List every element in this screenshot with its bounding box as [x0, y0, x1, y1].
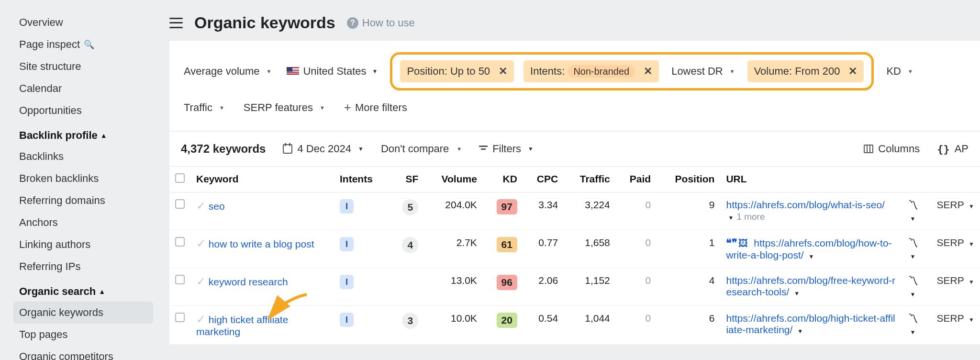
col-intents[interactable]: Intents — [334, 167, 390, 192]
more-filters-label: More filters — [355, 101, 407, 114]
page-header: Organic keywords ? How to use — [153, 0, 980, 41]
trend-icon[interactable]: 〽 — [908, 275, 918, 287]
trend-icon[interactable]: 〽 — [908, 313, 918, 325]
plus-icon: + — [344, 100, 351, 115]
caret-up-icon: ▲ — [100, 132, 107, 139]
sidebar-item-overview[interactable]: Overview — [13, 11, 153, 34]
close-icon[interactable]: ✕ — [848, 65, 857, 78]
url-link[interactable]: https://ahrefs.com/blog/what-is-seo/ — [726, 199, 884, 210]
sidebar-item-referring-ips[interactable]: Referring IPs — [13, 256, 153, 278]
col-volume[interactable]: Volume — [424, 167, 483, 192]
caret-down-icon: ▼ — [372, 68, 378, 75]
sidebar-item-backlinks[interactable]: Backlinks — [13, 146, 153, 168]
filters-button[interactable]: Filters ▼ — [479, 143, 534, 155]
sidebar-item-referring-domains[interactable]: Referring domains — [13, 190, 153, 212]
sf-badge: 3 — [402, 313, 418, 329]
lowest-dr-filter[interactable]: Lowest DR — [668, 60, 737, 82]
sidebar-item-organic-keywords[interactable]: Organic keywords — [13, 302, 153, 324]
caret-down-icon: ▼ — [358, 146, 364, 152]
url-link[interactable]: https://ahrefs.com/blog/high-ticket-affi… — [726, 313, 895, 335]
country-filter[interactable]: United States ▼ — [284, 60, 380, 82]
checkmark-icon: ✓ — [196, 313, 206, 326]
position-cell: 1 — [657, 230, 720, 268]
kd-filter[interactable]: KD — [883, 60, 915, 82]
kd-badge: 96 — [497, 275, 517, 290]
intents-value-badge: Non-branded — [568, 65, 635, 78]
serp-features-filter[interactable]: SERP features — [241, 95, 328, 120]
row-checkbox[interactable] — [175, 237, 185, 247]
intent-badge: I — [340, 313, 354, 327]
keywords-table: Keyword Intents SF Volume KD CPC Traffic… — [169, 167, 980, 345]
close-icon[interactable]: ✕ — [644, 65, 652, 78]
api-button[interactable]: {} AP — [937, 143, 969, 155]
row-checkbox[interactable] — [175, 199, 185, 209]
trend-icon[interactable]: 〽 — [908, 199, 918, 211]
serp-button[interactable]: SERP ▼ — [936, 275, 974, 286]
sidebar-item-calendar[interactable]: Calendar — [13, 78, 153, 100]
caret-down-icon[interactable]: ▼ — [794, 290, 800, 297]
position-filter-chip[interactable]: Position: Up to 50 ✕ — [400, 60, 514, 82]
col-cpc[interactable]: CPC — [523, 167, 564, 192]
serp-button[interactable]: SERP ▼ — [936, 313, 974, 324]
sidebar: Overview Page inspect🔍 Site structure Ca… — [0, 0, 153, 360]
close-icon[interactable]: ✕ — [499, 65, 507, 78]
col-position[interactable]: Position — [657, 167, 720, 192]
date-selector[interactable]: 4 Dec 2024 ▼ — [283, 143, 363, 155]
caret-down-icon[interactable]: ▼ — [809, 253, 814, 260]
columns-button[interactable]: Columns — [864, 143, 920, 155]
col-url[interactable]: URL — [720, 167, 902, 192]
sidebar-label: Page inspect — [19, 38, 80, 51]
position-cell: 9 — [657, 192, 720, 230]
sidebar-item-top-pages[interactable]: Top pages — [13, 324, 153, 346]
caret-down-icon[interactable]: ▼ — [797, 328, 803, 335]
caret-down-icon[interactable]: ▼ — [910, 215, 915, 222]
intent-badge: I — [340, 199, 354, 214]
col-kd[interactable]: KD — [483, 167, 523, 192]
traffic-filter[interactable]: Traffic — [181, 95, 227, 120]
traffic-cell: 1,658 — [564, 230, 616, 268]
heading-label: Backlink profile — [19, 129, 98, 142]
keyword-link[interactable]: high ticket affiliate marketing — [196, 314, 288, 337]
row-checkbox[interactable] — [175, 275, 185, 284]
select-all-checkbox[interactable] — [175, 173, 185, 183]
more-urls[interactable]: 1 more — [736, 212, 765, 222]
caret-down-icon[interactable]: ▼ — [910, 329, 915, 336]
col-paid[interactable]: Paid — [616, 167, 657, 192]
more-filters-button[interactable]: + More filters — [341, 95, 410, 120]
sidebar-heading-organic-search[interactable]: Organic search▲ — [13, 278, 153, 302]
menu-toggle-icon[interactable] — [169, 18, 183, 28]
volume-filter-chip[interactable]: Volume: From 200 ✕ — [747, 60, 864, 82]
keyword-link[interactable]: how to write a blog post — [209, 238, 314, 249]
sidebar-heading-backlink[interactable]: Backlink profile▲ — [13, 122, 153, 146]
row-checkbox[interactable] — [175, 313, 185, 322]
sidebar-item-anchors[interactable]: Anchors — [13, 212, 153, 234]
volume-cell: 10.0K — [424, 306, 483, 345]
sidebar-item-opportunities[interactable]: Opportunities — [13, 100, 153, 122]
url-link[interactable]: https://ahrefs.com/blog/free-keyword-res… — [726, 275, 895, 297]
col-sf[interactable]: SF — [390, 167, 424, 192]
calendar-icon — [283, 144, 292, 154]
how-to-use-link[interactable]: ? How to use — [347, 17, 415, 29]
intent-badge: I — [340, 237, 354, 251]
keyword-link[interactable]: keyword research — [209, 276, 288, 287]
compare-selector[interactable]: Don't compare — [381, 143, 462, 155]
caret-down-icon[interactable]: ▼ — [910, 253, 915, 260]
traffic-cell: 3,224 — [564, 192, 616, 230]
avg-volume-filter[interactable]: Average volume — [181, 60, 274, 82]
col-keyword[interactable]: Keyword — [190, 167, 334, 192]
sidebar-item-organic-competitors[interactable]: Organic competitors — [13, 346, 153, 360]
sidebar-item-page-inspect[interactable]: Page inspect🔍 — [13, 34, 153, 56]
sidebar-item-linking-authors[interactable]: Linking authors — [13, 234, 153, 256]
serp-button[interactable]: SERP ▼ — [936, 237, 974, 248]
keyword-link[interactable]: seo — [209, 201, 225, 212]
col-traffic[interactable]: Traffic — [564, 167, 616, 192]
columns-label: Columns — [878, 143, 920, 155]
serp-button[interactable]: SERP ▼ — [936, 199, 974, 210]
sidebar-item-site-structure[interactable]: Site structure — [13, 56, 153, 78]
caret-down-icon[interactable]: ▼ — [728, 214, 734, 221]
intents-filter-chip[interactable]: Intents: Non-branded ✕ — [523, 60, 659, 82]
trend-icon[interactable]: 〽 — [908, 237, 918, 249]
filters-label: Filters — [492, 143, 521, 155]
sidebar-item-broken-backlinks[interactable]: Broken backlinks — [13, 168, 153, 190]
caret-down-icon[interactable]: ▼ — [910, 291, 915, 298]
